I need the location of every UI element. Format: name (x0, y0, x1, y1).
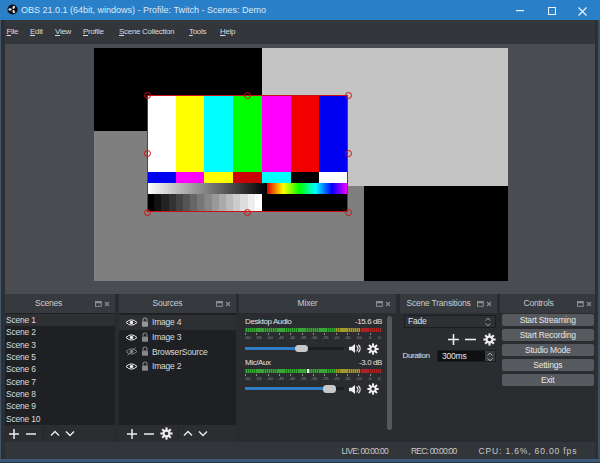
svg-text:-45: -45 (278, 376, 285, 381)
svg-text:-60: -60 (244, 376, 251, 381)
svg-text:-55: -55 (255, 376, 262, 381)
svg-text:-30: -30 (311, 335, 318, 340)
svg-text:-25: -25 (322, 376, 329, 381)
svg-text:-5: -5 (368, 335, 372, 340)
svg-text:0: 0 (378, 376, 381, 381)
svg-text:-10: -10 (355, 376, 362, 381)
svg-text:-30: -30 (311, 376, 318, 381)
svg-text:-60: -60 (244, 335, 251, 340)
svg-text:-25: -25 (322, 335, 329, 340)
svg-text:-10: -10 (355, 335, 362, 340)
svg-text:-50: -50 (267, 335, 274, 340)
svg-text:-40: -40 (289, 335, 296, 340)
svg-text:0: 0 (378, 335, 381, 340)
svg-text:-40: -40 (289, 376, 296, 381)
svg-text:-15: -15 (344, 376, 351, 381)
svg-text:-50: -50 (267, 376, 274, 381)
svg-text:-55: -55 (255, 335, 262, 340)
svg-text:-45: -45 (278, 335, 285, 340)
svg-text:-5: -5 (368, 376, 372, 381)
svg-text:-35: -35 (300, 335, 307, 340)
svg-text:-15: -15 (344, 335, 351, 340)
svg-text:-20: -20 (333, 376, 340, 381)
svg-text:-20: -20 (333, 335, 340, 340)
svg-text:-35: -35 (300, 376, 307, 381)
